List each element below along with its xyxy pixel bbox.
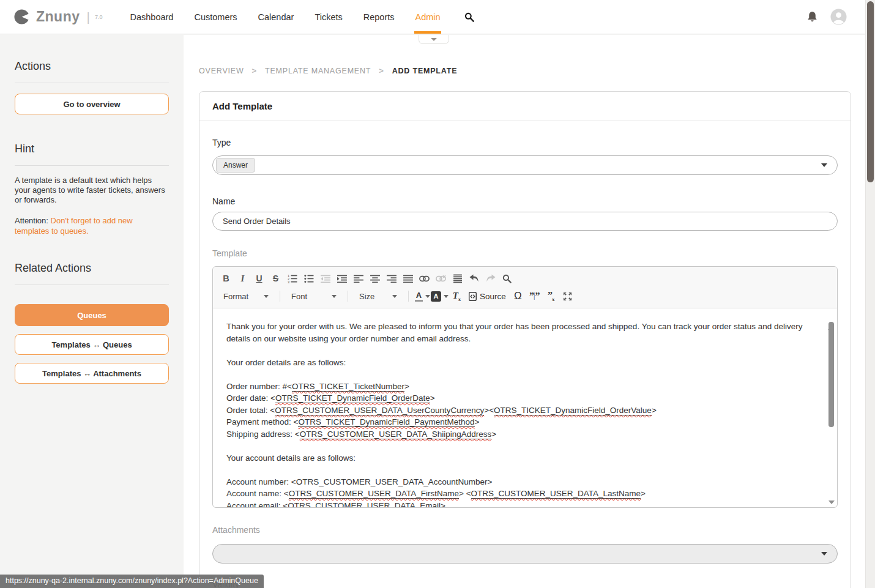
otrs-tag: OTRS_TICKET_DynamicField_OrderDate [275,393,430,403]
template-label: Template [212,248,838,258]
page-scrollbar-thumb[interactable] [867,1,874,182]
font-dropdown-label: Font [291,292,307,301]
numbered-list-icon[interactable]: 123 [284,271,300,286]
related-action-templates-queues[interactable]: Templates ↔ Queues [15,334,169,355]
name-input[interactable] [212,212,838,231]
otrs-tag: OTRS_CUSTOMER_USER_DATA_FirstName [289,489,459,499]
nav-item-tickets[interactable]: Tickets [304,0,352,34]
special-character-icon[interactable]: Ω [510,289,526,304]
scroll-down-icon[interactable] [828,501,835,504]
divider [15,83,169,83]
status-url-text: https://znuny-qa-2.internal.znuny.com/zn… [6,576,258,585]
editor-line [226,440,813,452]
brand-separator: | [87,10,90,24]
editor-line: Order total: <OTRS_CUSTOMER_USER_DATA_Us… [226,404,813,417]
chevron-down-icon [392,295,397,298]
attachments-select[interactable] [212,544,838,564]
bulleted-list-icon[interactable] [300,271,317,286]
editor-line [226,344,813,357]
chevron-down-icon [821,163,827,167]
editor-scrollbar[interactable] [828,316,835,504]
editor-line: Order date: <OTRS_TICKET_DynamicField_Or… [226,392,813,404]
strikethrough-icon[interactable]: S [267,271,284,286]
related-action-queues[interactable]: Queues [15,304,169,326]
editor-line: Account number: <OTRS_CUSTOMER_USER_DATA… [226,476,813,488]
align-justify-icon[interactable] [400,271,416,286]
related-actions-list: QueuesTemplates ↔ QueuesTemplates ↔ Atta… [15,304,169,384]
validity-label: Validity [212,579,838,588]
find-icon[interactable] [499,271,515,286]
toolbar-separator [408,291,409,302]
user-avatar[interactable] [830,9,847,25]
editor-content[interactable]: Thank you for your order with us. We are… [213,308,837,507]
otrs-tag: OTRS_CUSTOMER_USER_DATA_ShiipingAddress [300,430,492,439]
otrs-tag: OTRS_TICKET_TicketNumber [292,382,404,392]
editor-line: Payment method: <OTRS_TICKET_DynamicFiel… [226,416,813,428]
toolbar-row-1: BIUS123 [218,270,832,286]
underline-icon[interactable]: U [251,271,267,286]
background-color-icon[interactable]: A [431,289,449,304]
undo-icon[interactable] [466,271,482,286]
brand-logo[interactable]: Znuny | 7.0 [13,8,102,26]
size-dropdown[interactable]: Size [354,289,403,304]
insert-quote-icon[interactable]: ”|” [526,289,543,304]
editor-line: Thank you for your order with us. We are… [226,321,813,344]
chevron-down-icon [264,295,269,298]
chevron-down-icon [332,295,337,298]
name-label: Name [212,196,838,206]
go-to-overview-button[interactable]: Go to overview [15,94,169,114]
outdent-icon [317,271,333,286]
breadcrumb-overview[interactable]: OVERVIEW [199,67,244,75]
chevron-down-icon [821,552,827,556]
editor-scrollbar-thumb[interactable] [828,322,834,427]
nav-item-calendar[interactable]: Calendar [248,0,305,34]
link-icon[interactable] [416,271,433,286]
type-label: Type [212,138,838,147]
italic-icon[interactable]: I [234,271,251,286]
otrs-tag: OTRS_TICKET_DynamicField_OrderValue [494,406,652,415]
richtext-editor: BIUS123 FormatFontSizeAATxSourceΩ”|””x T… [212,266,838,508]
maximize-icon[interactable] [559,289,576,304]
remove-format-icon[interactable]: Tx [449,289,465,304]
select-all-icon[interactable] [449,271,466,286]
chevron-right-icon: > [252,66,257,75]
nav-item-admin[interactable]: Admin [405,0,451,34]
chevron-down-icon [431,38,437,41]
attachments-label: Attachments [212,525,838,535]
card-body: Type Answer Name Template BIUS123 Format… [199,121,851,588]
nav-item-dashboard[interactable]: Dashboard [119,0,184,34]
editor-line: Your account details are as follows: [226,452,813,464]
sidebar: Actions Go to overview Hint A template i… [15,35,169,384]
breadcrumb-template-management[interactable]: TEMPLATE MANAGEMENT [265,67,371,75]
align-right-icon[interactable] [383,271,400,286]
align-center-icon[interactable] [367,271,383,286]
divider [15,165,169,166]
editor-line: Order number: #<OTRS_TICKET_TicketNumber… [226,381,813,393]
hint-text: A template is a default text which helps… [15,176,168,205]
unlink-icon [433,271,449,286]
toolbar-row-2: FormatFontSizeAATxSourceΩ”|””x [218,288,832,304]
attention-label: Attention: [15,216,48,225]
align-left-icon[interactable] [350,271,367,286]
notifications-bell-icon[interactable] [806,11,818,23]
bold-icon[interactable]: B [218,271,234,286]
text-color-icon[interactable]: A [414,289,431,304]
format-dropdown[interactable]: Format [218,289,274,304]
indent-icon[interactable] [333,271,350,286]
nav-item-reports[interactable]: Reports [353,0,405,34]
search-icon[interactable] [464,12,474,22]
otrs-tag: OTRS_CUSTOMER_USER_DATA_UserCountyCurren… [275,406,484,415]
toolbar-collapse-handle[interactable] [419,35,449,44]
nav-item-customers[interactable]: Customers [184,0,247,34]
page-scrollbar[interactable] [865,0,875,588]
type-selected-value: Answer [216,158,255,173]
main-menu: DashboardCustomersCalendarTicketsReports… [119,0,450,34]
chevron-right-icon: > [379,66,384,75]
size-dropdown-label: Size [359,292,374,301]
remove-quote-icon[interactable]: ”x [543,289,559,304]
related-action-templates-attachments[interactable]: Templates ↔ Attachments [15,363,169,384]
source-button[interactable]: Source [465,289,510,304]
znuny-logo-icon [13,8,31,26]
font-dropdown[interactable]: Font [286,289,342,304]
type-select[interactable]: Answer [212,155,838,175]
